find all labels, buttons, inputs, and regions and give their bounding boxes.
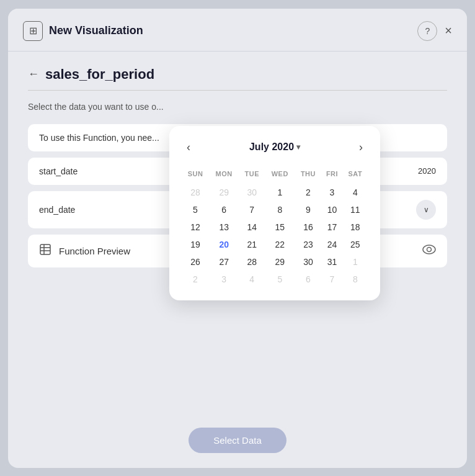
calendar-day[interactable]: 6 xyxy=(209,201,239,218)
calendar-day[interactable]: 13 xyxy=(209,218,239,236)
weekday-fri: FRI xyxy=(321,168,342,184)
back-button[interactable]: ← xyxy=(28,68,39,81)
calendar-day[interactable]: 30 xyxy=(239,184,265,201)
back-row: ← sales_for_period xyxy=(28,66,447,83)
calendar-day[interactable]: 14 xyxy=(239,218,265,236)
calendar-day[interactable]: 29 xyxy=(209,184,239,201)
calendar-day[interactable]: 31 xyxy=(321,253,342,271)
calendar-day[interactable]: 29 xyxy=(265,253,295,271)
close-button[interactable]: × xyxy=(445,24,452,38)
calendar-day[interactable]: 2 xyxy=(295,184,322,201)
select-data-button[interactable]: Select Data xyxy=(189,428,286,453)
calendar-day[interactable]: 11 xyxy=(343,201,368,218)
calendar-day[interactable]: 8 xyxy=(343,271,368,288)
calendar-week-row: 19202122232425 xyxy=(182,236,368,253)
calendar-week-row: 2345678 xyxy=(182,271,368,288)
weekday-mon: MON xyxy=(209,168,239,184)
calendar-day[interactable]: 21 xyxy=(239,236,265,253)
visualization-icon: ⊞ xyxy=(23,21,43,41)
modal-body: ← sales_for_period Select the data you w… xyxy=(8,52,467,418)
start-date-value: 2020 xyxy=(418,166,436,176)
calendar-day[interactable]: 2 xyxy=(182,271,209,288)
param-control-end-date: ∨ xyxy=(416,200,436,220)
calendar-day[interactable]: 5 xyxy=(265,271,295,288)
calendar-day[interactable]: 3 xyxy=(321,184,342,201)
weekday-sat: SAT xyxy=(343,168,368,184)
modal-header: ⊞ New Visualization ? × xyxy=(8,9,467,52)
calendar-day[interactable]: 16 xyxy=(295,218,322,236)
calendar-day[interactable]: 28 xyxy=(182,184,209,201)
calendar-week-row: 2829301234 xyxy=(182,184,368,201)
calendar-week-row: 567891011 xyxy=(182,201,368,218)
calendar-prev-button[interactable]: ‹ xyxy=(182,138,195,156)
notice-text: To use this Function, you nee... xyxy=(39,133,159,143)
calendar-day[interactable]: 1 xyxy=(343,253,368,271)
calendar-day[interactable]: 19 xyxy=(182,236,209,253)
calendar-day[interactable]: 10 xyxy=(321,201,342,218)
weekday-thu: THU xyxy=(295,168,322,184)
calendar-day[interactable]: 3 xyxy=(209,271,239,288)
calendar-week-row: 12131415161718 xyxy=(182,218,368,236)
calendar-day[interactable]: 4 xyxy=(239,271,265,288)
calendar-grid: SUN MON TUE WED THU FRI SAT 282930123456… xyxy=(182,168,368,288)
param-label-start-date: start_date xyxy=(39,166,78,176)
calendar-header: ‹ July 2020 ▾ › xyxy=(182,138,368,156)
modal-container: ⊞ New Visualization ? × ← sales_for_peri… xyxy=(8,9,467,468)
calendar-day[interactable]: 7 xyxy=(321,271,342,288)
modal-title: New Visualization xyxy=(49,24,411,37)
calendar-month-text: July 2020 xyxy=(249,141,294,153)
weekday-tue: TUE xyxy=(239,168,265,184)
svg-rect-0 xyxy=(40,245,50,254)
header-actions: ? × xyxy=(417,21,452,41)
calendar-day[interactable]: 12 xyxy=(182,218,209,236)
calendar-day[interactable]: 4 xyxy=(343,184,368,201)
calendar-month-title[interactable]: July 2020 ▾ xyxy=(249,141,300,153)
calendar-day[interactable]: 24 xyxy=(321,236,342,253)
function-preview-left: Function Preview xyxy=(39,243,130,259)
calendar-weekdays: SUN MON TUE WED THU FRI SAT xyxy=(182,168,368,184)
divider xyxy=(28,90,447,91)
page-title: sales_for_period xyxy=(45,66,154,83)
calendar-day[interactable]: 15 xyxy=(265,218,295,236)
calendar-week-row: 2627282930311 xyxy=(182,253,368,271)
table-icon xyxy=(39,243,51,259)
calendar-day[interactable]: 18 xyxy=(343,218,368,236)
svg-point-5 xyxy=(427,247,432,251)
calendar-day[interactable]: 23 xyxy=(295,236,322,253)
calendar-day[interactable]: 22 xyxy=(265,236,295,253)
calendar-next-button[interactable]: › xyxy=(354,138,368,156)
eye-icon[interactable] xyxy=(422,245,436,258)
calendar-day[interactable]: 17 xyxy=(321,218,342,236)
calendar-day[interactable]: 26 xyxy=(182,253,209,271)
calendar-day[interactable]: 28 xyxy=(239,253,265,271)
calendar-day[interactable]: 7 xyxy=(239,201,265,218)
calendar-day[interactable]: 20 xyxy=(209,236,239,253)
calendar-day[interactable]: 9 xyxy=(295,201,322,218)
calendar-body: 2829301234567891011121314151617181920212… xyxy=(182,184,368,288)
weekday-wed: WED xyxy=(265,168,295,184)
help-button[interactable]: ? xyxy=(417,21,437,41)
svg-point-4 xyxy=(423,245,435,254)
calendar-overlay: ‹ July 2020 ▾ › SUN MON TUE WED THU FRI xyxy=(169,126,380,300)
weekday-sun: SUN xyxy=(182,168,209,184)
calendar-month-arrow: ▾ xyxy=(296,143,300,151)
modal-footer: Select Data xyxy=(8,418,467,468)
calendar-day[interactable]: 5 xyxy=(182,201,209,218)
calendar-day[interactable]: 30 xyxy=(295,253,322,271)
param-label-end-date: end_date xyxy=(39,205,75,215)
param-control-start-date: 2020 xyxy=(418,166,436,176)
calendar-day[interactable]: 1 xyxy=(265,184,295,201)
calendar-day[interactable]: 6 xyxy=(295,271,322,288)
calendar-day[interactable]: 8 xyxy=(265,201,295,218)
function-preview-label: Function Preview xyxy=(59,246,130,256)
subtitle-text: Select the data you want to use o... xyxy=(28,102,447,112)
calendar-day[interactable]: 25 xyxy=(343,236,368,253)
end-date-dropdown-button[interactable]: ∨ xyxy=(416,200,436,220)
calendar-day[interactable]: 27 xyxy=(209,253,239,271)
